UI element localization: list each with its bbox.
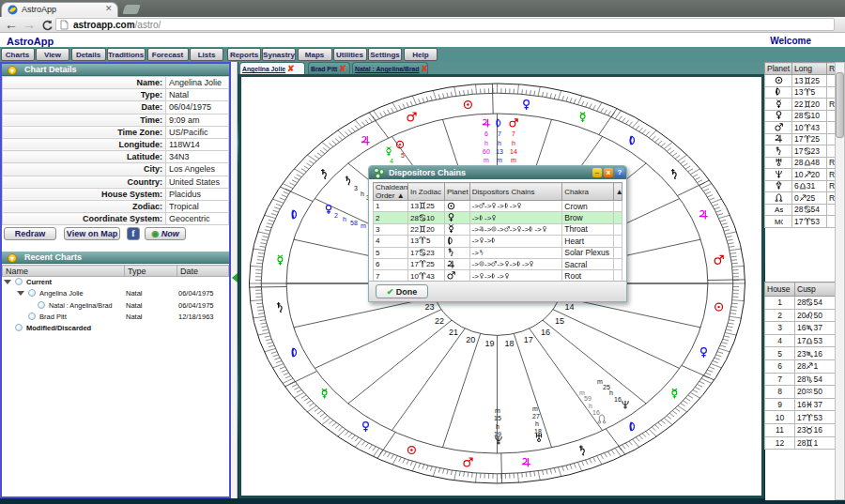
svg-text:h: h bbox=[484, 140, 488, 146]
svg-text:16: 16 bbox=[614, 396, 622, 403]
svg-text:h: h bbox=[361, 191, 364, 197]
svg-text:m: m bbox=[497, 157, 502, 163]
svg-text:16: 16 bbox=[541, 328, 550, 337]
svg-text:h: h bbox=[512, 140, 515, 146]
svg-text:16: 16 bbox=[592, 409, 600, 416]
svg-text:60: 60 bbox=[483, 148, 490, 155]
svg-text:6: 6 bbox=[484, 130, 488, 137]
svg-text:19: 19 bbox=[484, 339, 494, 348]
svg-text:20: 20 bbox=[466, 335, 475, 344]
svg-text:h: h bbox=[589, 403, 592, 409]
svg-text:18: 18 bbox=[504, 339, 514, 348]
svg-text:19: 19 bbox=[494, 431, 501, 437]
svg-text:14: 14 bbox=[564, 302, 574, 312]
svg-text:59: 59 bbox=[584, 395, 592, 402]
svg-text:m: m bbox=[361, 222, 366, 229]
svg-text:7: 7 bbox=[512, 130, 515, 137]
svg-text:7: 7 bbox=[498, 130, 501, 137]
svg-text:m: m bbox=[495, 407, 500, 414]
svg-text:4: 4 bbox=[390, 158, 393, 164]
svg-text:14: 14 bbox=[510, 148, 517, 155]
svg-text:58: 58 bbox=[350, 220, 358, 226]
svg-text:27: 27 bbox=[532, 413, 540, 420]
svg-text:15: 15 bbox=[555, 316, 564, 326]
svg-text:m: m bbox=[484, 157, 489, 163]
svg-text:3: 3 bbox=[354, 185, 358, 191]
svg-text:m: m bbox=[511, 157, 516, 163]
svg-text:h: h bbox=[535, 420, 539, 427]
svg-text:h: h bbox=[496, 423, 499, 430]
svg-text:h: h bbox=[343, 216, 346, 222]
svg-text:21: 21 bbox=[449, 328, 458, 337]
svg-text:5: 5 bbox=[401, 152, 405, 159]
svg-text:h: h bbox=[609, 389, 613, 396]
svg-text:15: 15 bbox=[494, 415, 501, 421]
svg-text:23: 23 bbox=[425, 302, 435, 312]
svg-text:h: h bbox=[498, 140, 501, 146]
svg-text:2: 2 bbox=[334, 212, 338, 219]
svg-text:13: 13 bbox=[496, 148, 503, 155]
svg-text:22: 22 bbox=[435, 316, 444, 326]
svg-text:17: 17 bbox=[524, 335, 533, 344]
svg-text:m: m bbox=[532, 405, 538, 412]
svg-text:18: 18 bbox=[534, 428, 542, 435]
